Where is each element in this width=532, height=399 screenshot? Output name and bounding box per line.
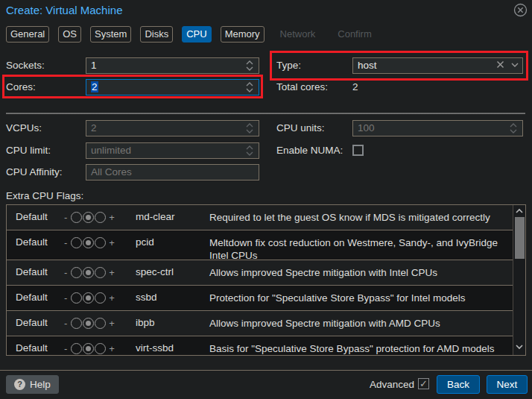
total-cores-label: Total cores: — [276, 79, 328, 95]
cores-selected-text: 2 — [91, 81, 98, 92]
flag-row-ssbd[interactable]: Default -+ ssbd Protection for "Speculat… — [7, 286, 513, 311]
type-label: Type: — [276, 57, 301, 74]
extra-cpu-flags-label: Extra CPU Flags: — [6, 188, 83, 204]
tab-memory[interactable]: Memory — [221, 26, 265, 43]
flag-toggle-ibpb[interactable]: -+ — [64, 315, 115, 330]
dialog-title: Create: Virtual Machine — [6, 4, 122, 16]
tab-disks[interactable]: Disks — [140, 26, 173, 43]
flag-on-radio[interactable] — [95, 292, 106, 304]
cpu-units-spinner — [508, 122, 519, 135]
footer-divider — [0, 370, 532, 371]
back-button[interactable]: Back — [437, 375, 480, 394]
cores-input[interactable]: 2 — [86, 79, 259, 95]
tab-bar: General OS System Disks CPU Memory Netwo… — [6, 26, 379, 43]
cpu-limit-spinner — [244, 144, 255, 157]
flag-off-radio[interactable] — [71, 237, 82, 248]
enable-numa-checkbox[interactable] — [352, 145, 364, 156]
cpu-units-label: CPU units: — [276, 120, 325, 136]
flag-toggle-spec-ctrl[interactable]: -+ — [64, 265, 115, 280]
cpu-flags-table: Default -+ md-clear Required to let the … — [6, 204, 526, 356]
flag-toggle-pcid[interactable]: -+ — [64, 235, 115, 250]
cores-spinner[interactable] — [244, 81, 255, 94]
flag-default-radio[interactable] — [83, 318, 94, 329]
sockets-input[interactable]: 1 — [86, 57, 259, 74]
flag-toggle-virt-ssbd[interactable]: -+ — [64, 341, 115, 356]
total-cores-value: 2 — [352, 79, 358, 95]
flag-on-radio[interactable] — [95, 318, 106, 329]
advanced-label: Advanced — [355, 375, 414, 394]
cpu-limit-label: CPU limit: — [6, 142, 51, 159]
tab-os[interactable]: OS — [58, 26, 81, 43]
vcpus-label: VCPUs: — [6, 120, 42, 136]
tab-network: Network — [273, 26, 323, 43]
help-icon: ? — [14, 379, 25, 390]
flag-off-radio[interactable] — [71, 212, 82, 223]
table-scrollbar[interactable] — [513, 205, 525, 355]
tab-cpu[interactable]: CPU — [182, 26, 211, 43]
scroll-down-icon[interactable] — [513, 342, 525, 354]
flag-toggle-md-clear[interactable]: -+ — [64, 210, 115, 224]
vcpus-spinner — [244, 122, 255, 135]
next-button[interactable]: Next — [487, 375, 528, 394]
cpu-units-input: 100 — [352, 120, 523, 136]
flag-row-md-clear[interactable]: Default -+ md-clear Required to let the … — [7, 205, 513, 230]
dropdown-icon[interactable] — [510, 62, 519, 68]
tab-general[interactable]: General — [6, 26, 49, 43]
flag-default-radio[interactable] — [83, 343, 94, 354]
cpu-limit-input: unlimited — [86, 142, 259, 159]
flag-off-radio[interactable] — [71, 267, 82, 278]
flag-off-radio[interactable] — [71, 292, 82, 304]
flag-row-ibpb[interactable]: Default -+ ibpb Allows improved Spectre … — [7, 311, 513, 336]
flag-default-radio[interactable] — [83, 292, 94, 304]
type-combo[interactable]: host — [352, 57, 523, 74]
flag-default-radio[interactable] — [83, 267, 94, 278]
advanced-checkbox[interactable]: ✓ — [418, 378, 429, 389]
flag-row-pcid[interactable]: Default -+ pcid Meltdown fix cost reduct… — [7, 230, 513, 260]
enable-numa-label: Enable NUMA: — [276, 142, 343, 159]
flag-row-spec-ctrl[interactable]: Default -+ spec-ctrl Allows improved Spe… — [7, 260, 513, 286]
sockets-spinner[interactable] — [244, 59, 255, 72]
sockets-label: Sockets: — [6, 57, 45, 74]
cpu-affinity-input[interactable]: All Cores — [86, 164, 259, 180]
close-icon[interactable] — [513, 3, 528, 17]
tab-confirm: Confirm — [331, 26, 379, 43]
cores-label: Cores: — [6, 79, 36, 95]
tab-system[interactable]: System — [90, 26, 131, 43]
flag-row-virt-ssbd[interactable]: Default -+ virt-ssbd Basis for "Speculat… — [7, 336, 513, 356]
cpu-affinity-label: CPU Affinity: — [6, 164, 63, 180]
clear-icon[interactable] — [496, 60, 504, 69]
flag-off-radio[interactable] — [71, 343, 82, 354]
flag-on-radio[interactable] — [95, 343, 106, 354]
flag-default-radio[interactable] — [83, 237, 94, 248]
scrollbar-thumb[interactable] — [515, 217, 525, 259]
section-divider — [6, 113, 525, 114]
flag-off-radio[interactable] — [71, 318, 82, 329]
flag-on-radio[interactable] — [95, 212, 106, 223]
vcpus-input: 2 — [86, 120, 259, 136]
flag-default-radio[interactable] — [83, 212, 94, 223]
flag-on-radio[interactable] — [95, 267, 106, 278]
flag-on-radio[interactable] — [95, 237, 106, 248]
help-button[interactable]: ?Help — [6, 375, 59, 394]
flag-toggle-ssbd[interactable]: -+ — [64, 290, 115, 305]
